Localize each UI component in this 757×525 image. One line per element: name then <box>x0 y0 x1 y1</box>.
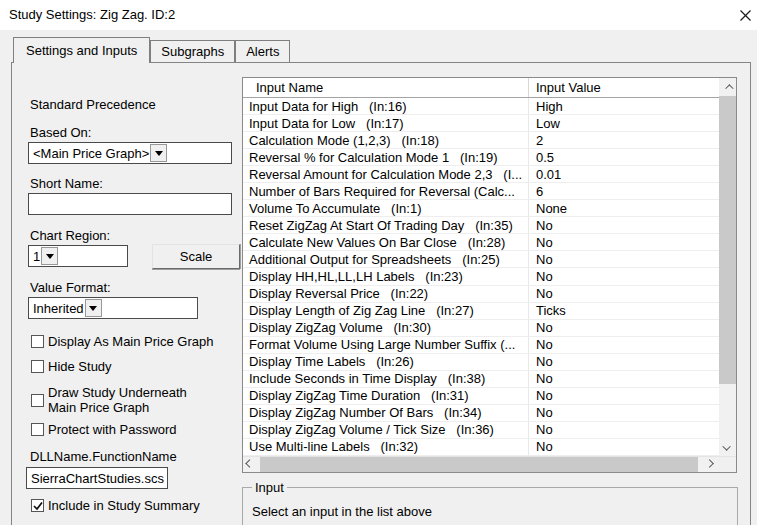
input-value-cell: No <box>528 371 719 387</box>
table-row[interactable]: Volume To Accumulate (In:1)None <box>243 200 719 217</box>
checkbox-display-as-main-price-graph[interactable]: Display As Main Price Graph <box>31 334 213 349</box>
checkbox-label: Include in Study Summary <box>48 498 200 513</box>
table-header: Input Name Input Value <box>243 78 719 98</box>
input-name-cell: Display ZigZag Time Duration (In:31) <box>243 388 528 404</box>
short-name-label: Short Name: <box>30 176 103 191</box>
scroll-down-button[interactable] <box>719 439 736 456</box>
scale-button[interactable]: Scale <box>152 244 240 269</box>
table-row[interactable]: Display ZigZag Volume (In:30)No <box>243 320 719 337</box>
checkbox-label: Hide Study <box>48 359 112 374</box>
input-name-cell: Display ZigZag Volume (In:30) <box>243 320 528 336</box>
short-name-input[interactable] <box>28 193 232 215</box>
input-value-cell: 0.01 <box>528 166 719 182</box>
checkbox-hide-study[interactable]: Hide Study <box>31 359 112 374</box>
table-row[interactable]: Additional Output for Spreadsheets (In:2… <box>243 251 719 268</box>
table-row[interactable]: Reversal Amount for Calculation Mode 2,3… <box>243 166 719 183</box>
chart-region-value: 1 <box>29 249 40 264</box>
input-name-cell: Calculation Mode (1,2,3) (In:18) <box>243 132 528 148</box>
input-name-cell: Format Volume Using Large Number Suffix … <box>243 337 528 353</box>
checkbox-include-in-study-summary[interactable]: Include in Study Summary <box>31 498 200 513</box>
horizontal-scrollbar[interactable] <box>243 457 719 472</box>
table-row[interactable]: Input Data for Low (In:17)Low <box>243 115 719 132</box>
input-groupbox-message: Select an input in the list above <box>252 504 432 519</box>
vertical-scrollbar-thumb[interactable] <box>719 96 736 384</box>
table-row[interactable]: Display ZigZag Volume / Tick Size (In:36… <box>243 422 719 439</box>
input-value-cell: 2 <box>528 132 719 148</box>
input-value-cell: Ticks <box>528 303 719 319</box>
input-value-cell: Low <box>528 115 719 131</box>
input-groupbox-title: Input <box>252 480 287 495</box>
table-row[interactable]: Reset ZigZag At Start Of Trading Day (In… <box>243 217 719 234</box>
based-on-dropdown-button[interactable] <box>150 144 167 162</box>
input-value-cell: No <box>528 251 719 267</box>
checkbox-box[interactable] <box>31 499 44 512</box>
input-value-cell: No <box>528 268 719 284</box>
tab-settings-and-inputs[interactable]: Settings and Inputs <box>13 37 150 63</box>
table-row[interactable]: Display ZigZag Time Duration (In:31)No <box>243 388 719 405</box>
input-name-cell: Display Time Labels (In:26) <box>243 354 528 370</box>
value-format-combo[interactable]: Inherited <box>28 297 198 319</box>
input-value-cell: No <box>528 286 719 302</box>
checkbox-draw-study-underneath[interactable]: Draw Study Underneath Main Price Graph <box>31 385 187 415</box>
checkbox-box[interactable] <box>31 360 44 373</box>
checkbox-box[interactable] <box>31 423 44 436</box>
input-name-cell: Display ZigZag Number Of Bars (In:34) <box>243 405 528 421</box>
input-value-cell: None <box>528 200 719 216</box>
input-name-cell: Include Seconds in Time Display (In:38) <box>243 371 528 387</box>
scroll-right-button[interactable] <box>703 457 719 472</box>
checkbox-box[interactable] <box>31 335 44 348</box>
table-row[interactable]: Include Seconds in Time Display (In:38)N… <box>243 371 719 388</box>
tab-strip: Settings and InputsSubgraphsAlerts <box>13 37 290 62</box>
tab-subgraphs[interactable]: Subgraphs <box>150 40 235 62</box>
table-row[interactable]: Input Data for High (In:16)High <box>243 98 719 115</box>
column-header-input-name[interactable]: Input Name <box>243 78 528 97</box>
table-row[interactable]: Display Length of Zig Zag Line (In:27)Ti… <box>243 303 719 320</box>
title-bar: Study Settings: Zig Zag. ID:2 <box>0 0 757 30</box>
input-value-cell: No <box>528 234 719 250</box>
input-name-cell: Reversal % for Calculation Mode 1 (In:19… <box>243 149 528 165</box>
input-name-cell: Additional Output for Spreadsheets (In:2… <box>243 251 528 267</box>
input-value-cell: No <box>528 388 719 404</box>
table-row[interactable]: Number of Bars Required for Reversal (Ca… <box>243 183 719 200</box>
dll-function-input[interactable]: SierraChartStudies.scs <box>26 467 168 489</box>
table-row[interactable]: Calculate New Values On Bar Close (In:28… <box>243 234 719 251</box>
vertical-scrollbar[interactable] <box>719 78 736 456</box>
window-title: Study Settings: Zig Zag. ID:2 <box>9 7 175 22</box>
input-name-cell: Number of Bars Required for Reversal (Ca… <box>243 183 528 199</box>
table-row[interactable]: Display Reversal Price (In:22)No <box>243 286 719 303</box>
value-format-label: Value Format: <box>30 280 111 295</box>
scroll-left-button[interactable] <box>243 457 259 472</box>
input-value-cell: 0.5 <box>528 149 719 165</box>
precedence-label: Standard Precedence <box>30 97 156 112</box>
tab-alerts[interactable]: Alerts <box>235 40 290 62</box>
chart-region-dropdown-button[interactable] <box>41 247 58 265</box>
column-header-input-value[interactable]: Input Value <box>528 78 719 97</box>
input-name-cell: Volume To Accumulate (In:1) <box>243 200 528 216</box>
inputs-table: Input Name Input Value Input Data for Hi… <box>242 77 737 473</box>
input-name-cell: Reversal Amount for Calculation Mode 2,3… <box>243 166 528 182</box>
table-row[interactable]: Reversal % for Calculation Mode 1 (In:19… <box>243 149 719 166</box>
close-button[interactable] <box>735 4 755 26</box>
table-row[interactable]: Format Volume Using Large Number Suffix … <box>243 337 719 354</box>
inputs-rows: Input Data for High (In:16)HighInput Dat… <box>243 98 719 456</box>
input-name-cell: Display HH,HL,LL,LH Labels (In:23) <box>243 268 528 284</box>
input-value-cell: No <box>528 337 719 353</box>
table-row[interactable]: Display ZigZag Number Of Bars (In:34)No <box>243 405 719 422</box>
table-row[interactable]: Calculation Mode (1,2,3) (In:18)2 <box>243 132 719 149</box>
chart-region-combo[interactable]: 1 <box>28 245 128 267</box>
based-on-combo[interactable]: <Main Price Graph> <box>28 142 232 164</box>
checkbox-protect-with-password[interactable]: Protect with Password <box>31 422 177 437</box>
scroll-up-button[interactable] <box>719 78 736 95</box>
horizontal-scrollbar-thumb[interactable] <box>260 457 698 472</box>
checkbox-box[interactable] <box>31 394 44 407</box>
scrollbar-corner <box>719 457 736 472</box>
table-row[interactable]: Display HH,HL,LL,LH Labels (In:23)No <box>243 268 719 285</box>
dll-function-value: SierraChartStudies.scs <box>27 471 164 486</box>
input-groupbox: Input Select an input in the list above <box>242 487 738 525</box>
check-icon <box>33 501 43 511</box>
chevron-up-icon <box>725 84 733 92</box>
value-format-dropdown-button[interactable] <box>85 299 102 317</box>
table-row[interactable]: Use Multi-line Labels (In:32)No <box>243 439 719 456</box>
table-row[interactable]: Display Time Labels (In:26)No <box>243 354 719 371</box>
input-name-cell: Reset ZigZag At Start Of Trading Day (In… <box>243 217 528 233</box>
